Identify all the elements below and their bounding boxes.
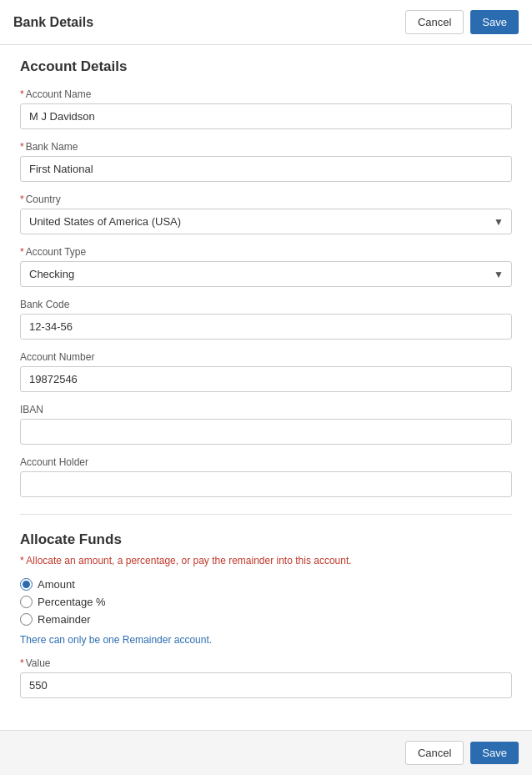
value-label: *Value — [20, 657, 512, 669]
account-holder-input[interactable] — [20, 471, 512, 497]
account-name-label: *Account Name — [20, 88, 512, 100]
modal-title: Bank Details — [13, 15, 93, 30]
radio-percentage-input[interactable] — [20, 596, 33, 608]
content-area: Account Details *Account Name *Bank Name… — [0, 45, 532, 730]
value-input[interactable] — [20, 672, 512, 698]
bank-name-label: *Bank Name — [20, 141, 512, 153]
bank-name-required-star: * — [20, 141, 24, 153]
footer-save-button[interactable]: Save — [470, 742, 519, 764]
account-type-select-wrapper: Checking Savings ▼ — [20, 261, 512, 287]
account-number-group: Account Number — [20, 351, 512, 392]
account-type-label: *Account Type — [20, 246, 512, 258]
account-name-required-star: * — [20, 88, 24, 100]
remainder-notice: There can only be one Remainder account. — [20, 634, 512, 646]
iban-group: IBAN — [20, 404, 512, 445]
radio-amount-label: Amount — [38, 578, 75, 591]
allocate-funds-title: Allocate Funds — [20, 531, 512, 548]
bank-details-modal: Bank Details Cancel Save Account Details… — [0, 0, 532, 775]
allocate-funds-description: * Allocate an amount, a percentage, or p… — [20, 553, 512, 568]
radio-remainder-label: Remainder — [38, 613, 91, 626]
footer-cancel-button[interactable]: Cancel — [405, 741, 464, 765]
value-group: *Value — [20, 657, 512, 698]
country-select[interactable]: United States of America (USA) Canada Un… — [20, 209, 512, 234]
radio-amount-input[interactable] — [20, 578, 33, 591]
account-number-input[interactable] — [20, 366, 512, 392]
account-name-input[interactable] — [20, 103, 512, 129]
allocation-type-radio-group: Amount Percentage % Remainder — [20, 578, 512, 626]
bank-code-label: Bank Code — [20, 299, 512, 310]
account-type-select[interactable]: Checking Savings — [20, 261, 512, 287]
bank-name-group: *Bank Name — [20, 141, 512, 182]
radio-percentage-label: Percentage % — [38, 596, 106, 608]
iban-label: IBAN — [20, 404, 512, 415]
header-buttons: Cancel Save — [405, 10, 519, 34]
account-type-group: *Account Type Checking Savings ▼ — [20, 246, 512, 287]
allocate-funds-section: Allocate Funds * Allocate an amount, a p… — [20, 531, 512, 698]
bank-code-group: Bank Code — [20, 299, 512, 340]
bank-code-input[interactable] — [20, 314, 512, 340]
radio-remainder-item[interactable]: Remainder — [20, 613, 512, 626]
section-divider — [20, 514, 512, 515]
header-save-button[interactable]: Save — [470, 10, 519, 34]
modal-header: Bank Details Cancel Save — [0, 0, 532, 45]
country-required-star: * — [20, 194, 24, 205]
account-details-title: Account Details — [20, 58, 512, 75]
iban-input[interactable] — [20, 419, 512, 445]
header-cancel-button[interactable]: Cancel — [405, 10, 464, 34]
remainder-notice-text: There can only be one Remainder account. — [20, 634, 212, 646]
radio-percentage-item[interactable]: Percentage % — [20, 596, 512, 608]
radio-remainder-input[interactable] — [20, 613, 33, 626]
radio-amount-item[interactable]: Amount — [20, 578, 512, 591]
modal-footer: Cancel Save — [0, 730, 532, 775]
value-required-star: * — [20, 657, 24, 669]
account-holder-group: Account Holder — [20, 456, 512, 497]
account-number-label: Account Number — [20, 351, 512, 363]
account-details-section: Account Details *Account Name *Bank Name… — [20, 58, 512, 497]
country-select-wrapper: United States of America (USA) Canada Un… — [20, 209, 512, 234]
country-label: *Country — [20, 194, 512, 205]
bank-name-input[interactable] — [20, 156, 512, 182]
account-type-required-star: * — [20, 246, 24, 258]
country-group: *Country United States of America (USA) … — [20, 194, 512, 234]
account-holder-label: Account Holder — [20, 456, 512, 468]
account-name-group: *Account Name — [20, 88, 512, 129]
